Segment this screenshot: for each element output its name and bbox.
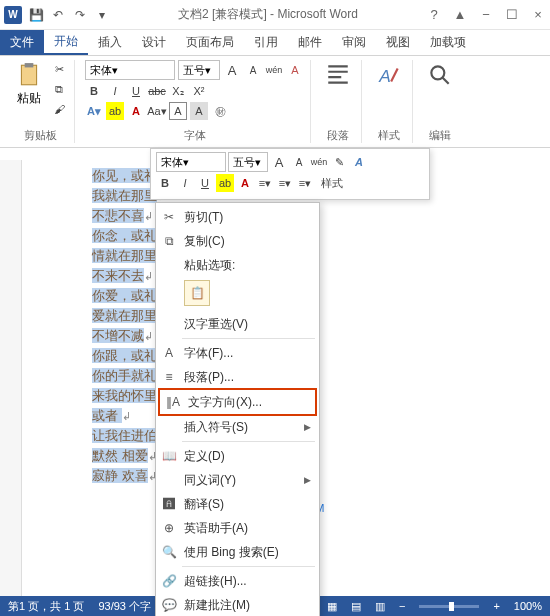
strikethrough-button[interactable]: abc <box>148 82 166 100</box>
help-icon[interactable]: ? <box>426 7 442 22</box>
font-name-select[interactable]: 宋体 ▾ <box>85 60 175 80</box>
maximize-icon[interactable]: ☐ <box>504 7 520 22</box>
mini-bold[interactable]: B <box>156 174 174 192</box>
view-web-icon[interactable]: ▥ <box>375 600 385 613</box>
mini-shrink-icon[interactable]: A <box>290 153 308 171</box>
ctx-new-comment[interactable]: 💬新建批注(M) <box>156 593 319 616</box>
highlight-icon[interactable]: ab <box>106 102 124 120</box>
svg-text:A: A <box>378 66 391 86</box>
mini-font-size[interactable]: 五号 ▾ <box>228 152 268 172</box>
ctx-bing-search[interactable]: 🔍使用 Bing 搜索(E) <box>156 540 319 564</box>
format-painter-icon[interactable]: 🖌 <box>50 100 68 118</box>
book-icon: 📖 <box>160 448 178 464</box>
tab-view[interactable]: 视图 <box>376 30 420 55</box>
mini-styles-label[interactable]: 样式 <box>316 174 348 192</box>
comment-icon: 💬 <box>160 597 178 613</box>
enclose-char-icon[interactable]: ㊖ <box>211 102 229 120</box>
mini-numbering-icon[interactable]: ≡▾ <box>276 174 294 192</box>
font-size-select[interactable]: 五号 ▾ <box>178 60 220 80</box>
ctx-insert-symbol[interactable]: 插入符号(S)▶ <box>156 415 319 439</box>
tab-design[interactable]: 设计 <box>132 30 176 55</box>
editing-button[interactable] <box>423 60 457 90</box>
grow-font-icon[interactable]: A <box>223 61 241 79</box>
superscript-button[interactable]: X² <box>190 82 208 100</box>
italic-button[interactable]: I <box>106 82 124 100</box>
ribbon-tabs: 文件 开始 插入 设计 页面布局 引用 邮件 审阅 视图 加载项 <box>0 30 550 56</box>
mini-underline[interactable]: U <box>196 174 214 192</box>
mini-styles-a-icon[interactable]: A <box>350 153 368 171</box>
char-border-icon[interactable]: A <box>169 102 187 120</box>
mini-grow-icon[interactable]: A <box>270 153 288 171</box>
status-word-count[interactable]: 93/93 个字 <box>98 599 151 614</box>
zoom-in-button[interactable]: + <box>493 600 499 612</box>
translate-icon: 🅰 <box>160 496 178 512</box>
mini-format-painter-icon[interactable]: ✎ <box>330 153 348 171</box>
copy-icon[interactable]: ⧉ <box>50 80 68 98</box>
ctx-cut[interactable]: ✂剪切(T) <box>156 205 319 229</box>
clear-format-icon[interactable]: A <box>286 61 304 79</box>
zoom-slider[interactable] <box>419 605 479 608</box>
ribbon-group-paragraph: 段落 <box>315 60 362 143</box>
ribbon-display-icon[interactable]: ▲ <box>452 7 468 22</box>
view-read-icon[interactable]: ▤ <box>351 600 361 613</box>
paragraph-group-label: 段落 <box>327 126 349 143</box>
qat-dropdown-icon[interactable]: ▾ <box>94 7 110 23</box>
editing-group-label: 编辑 <box>429 126 451 143</box>
tab-review[interactable]: 审阅 <box>332 30 376 55</box>
tab-layout[interactable]: 页面布局 <box>176 30 244 55</box>
tab-file[interactable]: 文件 <box>0 30 44 55</box>
styles-group-label: 样式 <box>378 126 400 143</box>
status-page[interactable]: 第1 页，共 1 页 <box>8 599 84 614</box>
tab-references[interactable]: 引用 <box>244 30 288 55</box>
phonetic-icon[interactable]: wén <box>265 61 283 79</box>
mini-bullets-icon[interactable]: ≡▾ <box>256 174 274 192</box>
undo-icon[interactable]: ↶ <box>50 7 66 23</box>
mini-toolbar: 宋体 ▾ 五号 ▾ A A wén ✎ A B I U ab A ≡▾ ≡▾ ≡… <box>150 148 430 200</box>
view-print-icon[interactable]: ▦ <box>327 600 337 613</box>
tab-addins[interactable]: 加载项 <box>420 30 476 55</box>
ctx-define[interactable]: 📖定义(D) <box>156 444 319 468</box>
ribbon-group-font: 宋体 ▾ 五号 ▾ A A wén A B I U abc X₂ X² A▾ a… <box>79 60 311 143</box>
save-icon[interactable]: 💾 <box>28 7 44 23</box>
mini-font-name[interactable]: 宋体 ▾ <box>156 152 226 172</box>
tab-home[interactable]: 开始 <box>44 30 88 55</box>
paste-option-keep[interactable]: 📋 <box>184 280 210 306</box>
font-a-icon: A <box>160 345 178 361</box>
paragraph-button[interactable] <box>321 60 355 90</box>
bold-button[interactable]: B <box>85 82 103 100</box>
change-case-icon[interactable]: Aa▾ <box>148 102 166 120</box>
ctx-synonyms[interactable]: 同义词(Y)▶ <box>156 468 319 492</box>
cut-icon[interactable]: ✂ <box>50 60 68 78</box>
paste-button[interactable]: 粘贴 <box>12 60 46 109</box>
ctx-translate[interactable]: 🅰翻译(S) <box>156 492 319 516</box>
redo-icon[interactable]: ↷ <box>72 7 88 23</box>
subscript-button[interactable]: X₂ <box>169 82 187 100</box>
tab-insert[interactable]: 插入 <box>88 30 132 55</box>
underline-button[interactable]: U <box>127 82 145 100</box>
search-icon: 🔍 <box>160 544 178 560</box>
char-shading-icon[interactable]: A <box>190 102 208 120</box>
ctx-copy[interactable]: ⧉复制(C) <box>156 229 319 253</box>
minimize-icon[interactable]: − <box>478 7 494 22</box>
ctx-hyperlink[interactable]: 🔗超链接(H)... <box>156 569 319 593</box>
mini-phonetic-icon[interactable]: wén <box>310 153 328 171</box>
mini-font-color[interactable]: A <box>236 174 254 192</box>
mini-align-icon[interactable]: ≡▾ <box>296 174 314 192</box>
zoom-out-button[interactable]: − <box>399 600 405 612</box>
ctx-hanzi[interactable]: 汉字重选(V) <box>156 312 319 336</box>
shrink-font-icon[interactable]: A <box>244 61 262 79</box>
tab-mailings[interactable]: 邮件 <box>288 30 332 55</box>
ctx-separator <box>182 566 315 567</box>
text-effects-icon[interactable]: A▾ <box>85 102 103 120</box>
styles-button[interactable]: A <box>372 60 406 90</box>
ctx-text-direction[interactable]: ‖A文字方向(X)... <box>160 390 315 414</box>
ctx-eng-assistant[interactable]: ⊕英语助手(A) <box>156 516 319 540</box>
ribbon-group-clipboard: 粘贴 ✂ ⧉ 🖌 剪贴板 <box>6 60 75 143</box>
mini-highlight[interactable]: ab <box>216 174 234 192</box>
close-icon[interactable]: × <box>530 7 546 22</box>
font-color-icon[interactable]: A <box>127 102 145 120</box>
ctx-font[interactable]: A字体(F)... <box>156 341 319 365</box>
mini-italic[interactable]: I <box>176 174 194 192</box>
ctx-paragraph[interactable]: ≡段落(P)... <box>156 365 319 389</box>
zoom-level[interactable]: 100% <box>514 600 542 612</box>
